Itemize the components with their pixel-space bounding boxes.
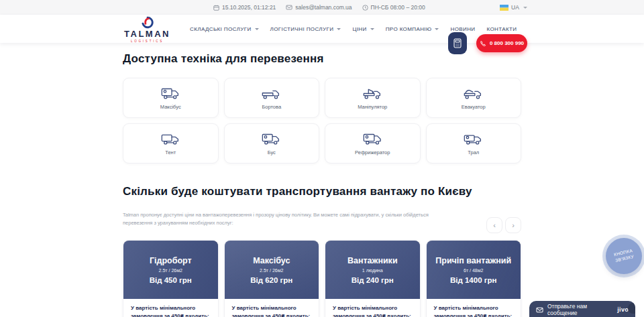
chat-widget[interactable]: Отправьте нам сообщение jivo	[529, 301, 635, 317]
vehicle-label: Маніпулятор	[358, 104, 387, 110]
price-card-note: У вартість мінімального замовлення за 45…	[123, 299, 218, 317]
price-card-hydroboard: Гідроборт 2.5т / 26м2 Від 450 грн У варт…	[123, 240, 219, 317]
chat-notch	[628, 303, 635, 314]
vehicle-label: Бус	[268, 149, 276, 155]
logo-title: TALMAN	[115, 29, 179, 38]
carousel-controls: ‹ ›	[486, 217, 521, 233]
ukraine-flag-icon	[500, 5, 508, 11]
tow-truck-icon	[463, 86, 484, 101]
chevron-down-icon	[337, 28, 341, 30]
price-card-note: У вартість мінімального замовлення за 45…	[225, 299, 319, 317]
main-menu: СКЛАДСЬКІ ПОСЛУГИ ЛОГІСТИЧНІ ПОСЛУГИ ЦІН…	[190, 15, 517, 43]
datetime: 15.10.2025, 01:12:21	[213, 4, 276, 11]
flatbed-truck-icon	[261, 86, 282, 101]
vehicle-card-tow[interactable]: Евакуатор	[426, 78, 522, 118]
crane-truck-icon	[362, 86, 383, 101]
vehicle-label: Максібус	[160, 104, 181, 110]
phone-icon	[480, 40, 486, 47]
price-card-image: Максібус 2.5т / 26м2 Від 620 грн	[225, 241, 319, 299]
vehicle-label: Тент	[165, 149, 176, 155]
price-card-image: Причіп вантажний 6т / 48м2 Від 1400 грн	[427, 241, 521, 299]
chevron-down-icon	[370, 28, 374, 30]
price-card-note: У вартість мінімального замовлення за 45…	[325, 299, 420, 317]
chevron-down-icon	[435, 28, 439, 30]
calculator-button[interactable]	[448, 32, 467, 54]
vehicle-card-trawl[interactable]: Трал	[426, 123, 522, 164]
calculator-icon	[453, 38, 462, 48]
callback-button[interactable]: КНОПКАЗВ'ЯЗКУ	[606, 238, 642, 274]
price-card-note: У вартість мінімального замовлення за 45…	[427, 299, 521, 317]
trawl-truck-icon	[463, 132, 484, 146]
phone-button[interactable]: 0 800 300 990	[476, 34, 527, 52]
calendar-icon	[213, 5, 219, 11]
main-nav: TALMAN LOGISTICS СКЛАДСЬКІ ПОСЛУГИ ЛОГІС…	[0, 15, 644, 43]
box-truck-icon	[160, 86, 181, 101]
price-card-loaders: Вантажники 1 людина Від 240 грн У вартіс…	[325, 240, 421, 317]
pricing-carousel: Гідроборт 2.5т / 26м2 Від 450 грн У варт…	[123, 240, 521, 317]
carousel-next-button[interactable]: ›	[505, 217, 521, 233]
price-card-image: Гідроборт 2.5т / 26м2 Від 450 грн	[123, 241, 218, 299]
menu-item-contacts[interactable]: КОНТАКТИ	[486, 26, 517, 32]
language-selector[interactable]: UA	[500, 0, 527, 15]
vehicle-label: Рефрижератор	[355, 149, 390, 155]
topbar: 15.10.2025, 01:12:21 sales@talman.com.ua…	[0, 0, 644, 15]
vehicle-card-reefer[interactable]: Рефрижератор	[325, 123, 421, 164]
logo[interactable]: TALMAN LOGISTICS	[115, 16, 179, 43]
price-card-image: Вантажники 1 людина Від 240 грн	[325, 241, 420, 299]
price-card-trailer: Причіп вантажний 6т / 48м2 Від 1400 грн …	[426, 240, 522, 317]
pricing-description: Talman пропонує доступні ціни на вантажо…	[123, 211, 439, 227]
chevron-down-icon	[255, 28, 259, 30]
chat-label: Отправьте нам сообщение	[547, 303, 613, 316]
menu-item-news[interactable]: НОВИНИ	[450, 26, 475, 32]
chevron-down-icon	[523, 7, 527, 9]
working-hours: ПН-СБ 08:00 – 20:00	[362, 4, 425, 11]
carousel-prev-button[interactable]: ‹	[486, 217, 502, 233]
menu-item-about[interactable]: ПРО КОМПАНІЮ	[386, 26, 439, 32]
email-link[interactable]: sales@talman.com.ua	[286, 4, 352, 11]
vehicle-label: Трал	[468, 149, 479, 155]
jivo-logo: jivo	[617, 306, 629, 313]
vehicle-label: Бортова	[262, 104, 281, 110]
menu-item-warehouse[interactable]: СКЛАДСЬКІ ПОСЛУГИ	[190, 26, 259, 32]
vehicle-card-manipulator[interactable]: Маніпулятор	[325, 78, 421, 118]
reefer-truck-icon	[362, 132, 383, 146]
vehicle-label: Евакуатор	[462, 104, 486, 110]
price-card-maxibus: Максібус 2.5т / 26м2 Від 620 грн У варті…	[224, 240, 320, 317]
logo-subtitle: LOGISTICS	[115, 40, 179, 43]
message-icon	[536, 307, 543, 313]
pricing-section-title: Скільки буде коштувати транспортування в…	[123, 185, 521, 198]
vehicle-card-flatbed[interactable]: Бортова	[224, 78, 320, 118]
vehicle-card-bus[interactable]: Бус	[224, 123, 320, 164]
van-truck-icon	[261, 132, 282, 146]
menu-item-prices[interactable]: ЦІНИ	[352, 26, 374, 32]
vehicles-section-title: Доступна техніка для перевезення	[123, 52, 521, 66]
menu-item-logistics[interactable]: ЛОГІСТИЧНІ ПОСЛУГИ	[270, 26, 341, 32]
tent-truck-icon	[160, 132, 181, 146]
vehicle-card-maxibus[interactable]: Максібус	[123, 78, 219, 118]
logo-emblem-icon	[115, 16, 179, 29]
mail-icon	[286, 5, 292, 10]
clock-icon	[362, 5, 368, 11]
vehicle-card-tent[interactable]: Тент	[123, 123, 219, 164]
vehicles-grid: Максібус Бортова Маніпулятор Евакуатор Т…	[123, 78, 521, 164]
